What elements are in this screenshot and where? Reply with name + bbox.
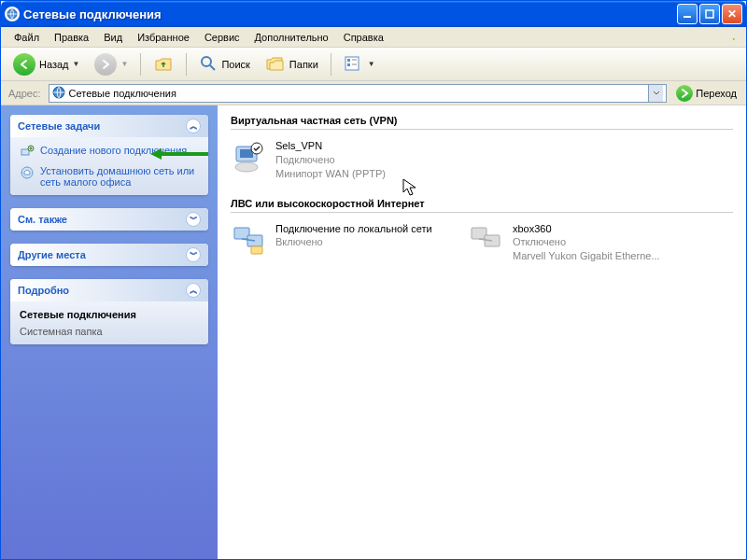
titlebar: Сетевые подключения ✕ — [1, 1, 746, 27]
chevron-up-icon: ︽ — [186, 119, 201, 133]
lan-disabled-icon — [468, 222, 505, 259]
up-button[interactable] — [147, 51, 180, 77]
folders-label: Папки — [289, 59, 318, 70]
dropdown-icon: ▼ — [73, 60, 80, 68]
panel-title: Подробно — [18, 285, 69, 296]
connection-device: Минипорт WAN (PPTP) — [275, 167, 386, 181]
network-tasks-panel: Сетевые задачи ︽ Создание нового подключ… — [10, 115, 208, 195]
window-title: Сетевые подключения — [23, 7, 677, 21]
svg-rect-15 — [21, 149, 29, 155]
forward-arrow-icon — [94, 53, 117, 76]
chevron-down-icon: ︾ — [186, 247, 201, 262]
menubar: Файл Правка Вид Избранное Сервис Дополни… — [1, 27, 746, 48]
connection-device: Marvell Yukon Gigabit Etherne... — [513, 249, 660, 263]
chevron-down-icon: ︾ — [186, 212, 201, 227]
panel-title: Другие места — [18, 249, 86, 260]
see-also-panel: См. также ︾ — [10, 208, 208, 231]
lan-connection-icon — [231, 222, 268, 259]
svg-line-8 — [210, 65, 215, 70]
menu-view[interactable]: Вид — [96, 30, 130, 45]
menu-advanced[interactable]: Дополнительно — [247, 30, 336, 45]
close-button[interactable]: ✕ — [722, 4, 742, 24]
connection-item-vpn[interactable]: Sels_VPN Подключено Минипорт WAN (PPTP) — [231, 139, 445, 181]
dropdown-icon: ▼ — [120, 60, 128, 68]
folders-button[interactable]: Папки — [259, 51, 325, 77]
menu-edit[interactable]: Правка — [47, 30, 96, 45]
separator — [331, 53, 331, 76]
maximize-button[interactable] — [699, 4, 720, 24]
details-type: Системная папка — [20, 326, 199, 337]
address-field[interactable]: Сетевые подключения — [49, 84, 668, 103]
connection-status: Включено — [275, 235, 432, 249]
svg-rect-26 — [251, 246, 262, 254]
svg-rect-2 — [706, 10, 713, 18]
minimize-button[interactable] — [677, 4, 698, 24]
svg-point-7 — [202, 57, 211, 66]
address-label: Адрес: — [5, 88, 45, 99]
home-network-icon — [20, 165, 35, 180]
task-label: Создание нового подключения — [40, 145, 187, 156]
group-lan-title: ЛВС или высокоскоростной Интернет — [231, 198, 733, 213]
sidebar: Сетевые задачи ︽ Создание нового подключ… — [1, 105, 218, 559]
panel-title: Сетевые задачи — [18, 120, 100, 132]
connection-item-lan[interactable]: Подключение по локальной сети Включено — [231, 222, 445, 264]
svg-rect-5 — [733, 39, 734, 40]
network-connections-icon — [52, 86, 65, 101]
menu-favorites[interactable]: Избранное — [130, 30, 197, 45]
folders-icon — [265, 54, 286, 75]
svg-rect-11 — [347, 63, 350, 66]
svg-rect-10 — [347, 59, 350, 62]
search-button[interactable]: Поиск — [192, 51, 256, 77]
views-icon — [344, 54, 364, 75]
details-header[interactable]: Подробно ︽ — [10, 279, 208, 301]
toolbar: Назад ▼ ▼ Поиск Папки ▼ — [1, 48, 746, 81]
svg-rect-3 — [733, 38, 734, 39]
address-value: Сетевые подключения — [69, 88, 645, 99]
windows-logo-icon — [726, 29, 742, 46]
connection-name: xbox360 — [513, 222, 660, 236]
folder-up-icon — [153, 53, 174, 76]
task-label: Установить домашнюю сеть или сеть малого… — [40, 165, 199, 188]
separator — [186, 53, 187, 76]
group-vpn-title: Виртуальная частная сеть (VPN) — [231, 115, 733, 130]
new-connection-icon — [20, 145, 35, 160]
go-button[interactable]: Переход — [670, 84, 742, 103]
views-button[interactable]: ▼ — [337, 51, 382, 77]
address-dropdown-button[interactable] — [648, 85, 663, 102]
back-label: Назад — [39, 59, 69, 70]
svg-rect-1 — [684, 16, 691, 18]
setup-home-network-task[interactable]: Установить домашнюю сеть или сеть малого… — [20, 165, 199, 188]
search-icon — [199, 54, 218, 75]
back-button[interactable]: Назад ▼ — [7, 51, 86, 77]
svg-rect-20 — [240, 149, 253, 158]
connection-name: Sels_VPN — [275, 139, 386, 153]
details-panel: Подробно ︽ Сетевые подключения Системная… — [10, 279, 208, 344]
connection-status: Отключено — [513, 235, 660, 249]
menu-tools[interactable]: Сервис — [197, 30, 247, 45]
network-tasks-header[interactable]: Сетевые задачи ︽ — [10, 115, 208, 137]
other-places-header[interactable]: Другие места ︾ — [10, 244, 208, 266]
menu-help[interactable]: Справка — [336, 30, 391, 45]
dropdown-icon: ▼ — [368, 60, 375, 68]
svg-point-21 — [235, 162, 258, 172]
forward-button[interactable]: ▼ — [88, 51, 134, 77]
search-label: Поиск — [221, 59, 249, 70]
network-connections-icon — [5, 7, 20, 21]
connection-item-xbox[interactable]: xbox360 Отключено Marvell Yukon Gigabit … — [468, 222, 683, 264]
main-content: Виртуальная частная сеть (VPN) Sels_VPN … — [218, 105, 746, 559]
panel-title: См. также — [18, 214, 67, 225]
svg-rect-4 — [734, 38, 735, 39]
back-arrow-icon — [13, 53, 35, 76]
other-places-panel: Другие места ︾ — [10, 244, 208, 266]
vpn-connection-icon — [231, 139, 268, 176]
connection-name: Подключение по локальной сети — [275, 222, 432, 236]
details-name: Сетевые подключения — [20, 309, 199, 320]
menu-file[interactable]: Файл — [7, 30, 47, 45]
create-new-connection-task[interactable]: Создание нового подключения — [20, 145, 199, 160]
go-label: Переход — [696, 88, 737, 99]
separator — [140, 53, 141, 76]
chevron-up-icon: ︽ — [186, 283, 201, 298]
see-also-header[interactable]: См. также ︾ — [10, 208, 208, 231]
svg-rect-6 — [734, 39, 735, 40]
go-arrow-icon — [676, 85, 693, 102]
